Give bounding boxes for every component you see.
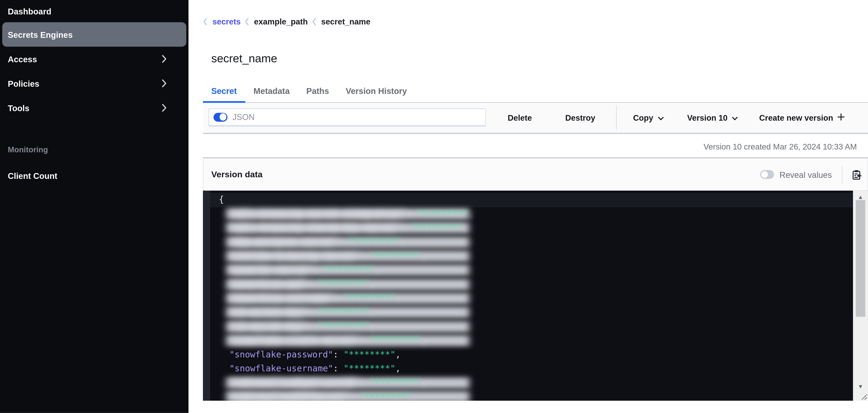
code-gutter bbox=[203, 191, 210, 401]
tab-paths[interactable]: Paths bbox=[298, 80, 337, 102]
json-masked-value: "********" bbox=[411, 221, 463, 235]
code-line-powerbisp-pwd-redacted: "powerbisp-pwd": "********", bbox=[219, 277, 853, 291]
json-key: "adls-browsing-secret-integration" bbox=[229, 207, 406, 221]
version-created-text: Version 10 created Mar 26, 2024 10:33 AM bbox=[704, 142, 857, 151]
sidebar-item-label: Access bbox=[8, 54, 37, 64]
json-comma: , bbox=[421, 334, 427, 348]
json-colon: : bbox=[307, 306, 318, 320]
reveal-values-toggle[interactable] bbox=[760, 170, 774, 179]
sidebar-item-policies[interactable]: Policies bbox=[0, 71, 188, 96]
code-line-snowflake-password: "snowflake-password": "********", bbox=[219, 348, 853, 362]
json-masked-value: "********" bbox=[349, 235, 401, 249]
secret-toolbar: JSON Delete Destroy Copy Version 10 Crea… bbox=[203, 102, 868, 134]
json-comma: , bbox=[396, 291, 401, 306]
json-comma: , bbox=[396, 363, 401, 374]
json-colon: : bbox=[359, 334, 369, 348]
json-toggle[interactable] bbox=[214, 113, 227, 122]
breadcrumb-item-secrets[interactable]: secrets bbox=[212, 17, 241, 26]
main-content: secretsexample_pathsecret_name secret_na… bbox=[188, 0, 868, 413]
json-colon: : bbox=[307, 277, 318, 291]
scrollbar-up-arrow[interactable]: ▲ bbox=[853, 195, 868, 200]
sidebar-item-label: Dashboard bbox=[8, 6, 52, 16]
json-colon: : bbox=[401, 221, 411, 235]
code-line-s3-secret-key-redacted: "s3-secret-key": "********", bbox=[219, 320, 853, 334]
breadcrumb-chevron-icon bbox=[312, 18, 316, 26]
json-key: "powerbisp-pwd" bbox=[229, 277, 307, 291]
version-data-header: Version data Reveal values bbox=[203, 157, 868, 191]
scrollbar-thumb[interactable] bbox=[856, 200, 865, 317]
version-data-title: Version data bbox=[211, 169, 262, 180]
sidebar-item-dashboard[interactable]: Dashboard bbox=[0, 3, 188, 19]
code-line-tableaucloudappclientid-redacted: "tableauCloudAppClientID": "********", bbox=[219, 376, 853, 390]
tab-bar: SecretMetadataPathsVersion History bbox=[203, 80, 868, 102]
header-divider bbox=[842, 165, 842, 184]
code-editor[interactable]: {"adls-browsing-secret-integration": "**… bbox=[203, 191, 868, 401]
sidebar-item-secrets-engines[interactable]: Secrets Engines bbox=[2, 22, 186, 46]
version-dropdown-button[interactable]: Version 10 bbox=[687, 113, 738, 122]
scrollbar-down-arrow[interactable]: ▼ bbox=[853, 384, 868, 389]
json-key: "onelake-browsing-secret" bbox=[229, 249, 359, 263]
json-masked-value: "********" bbox=[318, 306, 370, 320]
sidebar-section-items: Client Count bbox=[0, 163, 188, 188]
json-masked-value: "********" bbox=[369, 334, 421, 348]
toolbar-divider bbox=[616, 105, 616, 130]
breadcrumb-chevron-icon bbox=[203, 18, 207, 26]
create-new-version-button[interactable]: Create new version bbox=[759, 113, 845, 122]
json-key: "tableauCloudPATSecret" bbox=[229, 390, 349, 401]
json-comma: , bbox=[411, 390, 416, 401]
json-comma: , bbox=[375, 263, 380, 277]
sidebar-item-label: Client Count bbox=[8, 171, 57, 181]
toggle-knob bbox=[761, 171, 768, 178]
code-line-powerbi-secret-redacted: "powerbi-secret": "********", bbox=[219, 263, 853, 277]
json-colon: : bbox=[333, 291, 344, 306]
json-masked-value: "********" bbox=[323, 263, 375, 277]
code-line-snowflake-username: "snowflake-username": "********", bbox=[219, 362, 853, 376]
code-line-dpp-postgres-secret-redacted: "dpp-postgres-secret": "********", bbox=[219, 235, 853, 249]
code-line-onelake-browsing-secret-redacted: "onelake-browsing-secret": "********", bbox=[219, 249, 853, 263]
tab-version-history[interactable]: Version History bbox=[337, 80, 415, 102]
resize-grip-icon[interactable] bbox=[860, 392, 867, 400]
sidebar: DashboardSecrets EnginesAccessPoliciesTo… bbox=[0, 0, 188, 413]
json-colon: : bbox=[359, 249, 369, 263]
chevron-down-icon bbox=[658, 113, 664, 122]
json-masked-value: "********" bbox=[344, 349, 396, 359]
json-toggle-box: JSON bbox=[209, 108, 486, 127]
json-masked-value: "********" bbox=[369, 376, 421, 390]
delete-button[interactable]: Delete bbox=[508, 113, 532, 122]
sidebar-item-client-count[interactable]: Client Count bbox=[0, 163, 188, 188]
sidebar-item-access[interactable]: Access bbox=[0, 46, 188, 71]
json-key: "s3-access-key" bbox=[229, 306, 307, 320]
json-colon: : bbox=[406, 207, 416, 221]
chevron-down-icon bbox=[732, 113, 738, 122]
json-colon: : bbox=[333, 363, 344, 374]
page-title: secret_name bbox=[211, 52, 277, 65]
json-comma: , bbox=[463, 221, 468, 235]
sidebar-item-label: Policies bbox=[8, 78, 39, 88]
sidebar-item-label: Secrets Engines bbox=[8, 30, 73, 39]
breadcrumb-item-secret-name: secret_name bbox=[321, 17, 370, 26]
json-key: "snowflake-client-secret" bbox=[229, 334, 359, 348]
code-line-adls-browsing-shared-key-secret-redacted: "adls-browsing-shared-key-secret": "****… bbox=[219, 221, 853, 235]
code-line-s3-access-key-redacted: "s3-access-key": "********", bbox=[219, 306, 853, 320]
tab-secret[interactable]: Secret bbox=[203, 80, 245, 102]
vault-app: DashboardSecrets EnginesAccessPoliciesTo… bbox=[0, 0, 868, 413]
copy-to-clipboard-icon[interactable] bbox=[852, 169, 862, 180]
code-line-powerbisp-username-redacted: "powerbisp-username": "********", bbox=[219, 291, 853, 306]
copy-dropdown-button[interactable]: Copy bbox=[633, 113, 664, 122]
tab-metadata[interactable]: Metadata bbox=[245, 80, 298, 102]
breadcrumb-item-example-path[interactable]: example_path bbox=[254, 17, 308, 26]
code-line-tableaucloudpatsecret-redacted: "tableauCloudPATSecret": "********", bbox=[219, 390, 853, 401]
json-comma: , bbox=[421, 249, 427, 263]
destroy-button[interactable]: Destroy bbox=[565, 113, 595, 122]
chevron-right-icon bbox=[162, 79, 167, 88]
json-masked-value: "********" bbox=[318, 277, 370, 291]
sidebar-item-tools[interactable]: Tools bbox=[0, 96, 188, 120]
json-comma: , bbox=[369, 320, 375, 334]
json-masked-value: "********" bbox=[344, 363, 396, 374]
code-line-snowflake-client-secret-redacted: "snowflake-client-secret": "********", bbox=[219, 334, 853, 348]
json-comma: , bbox=[468, 207, 473, 221]
json-masked-value: "********" bbox=[318, 320, 370, 334]
json-comma: , bbox=[369, 277, 375, 291]
json-key: "s3-secret-key" bbox=[229, 320, 307, 334]
json-colon: : bbox=[359, 376, 369, 390]
